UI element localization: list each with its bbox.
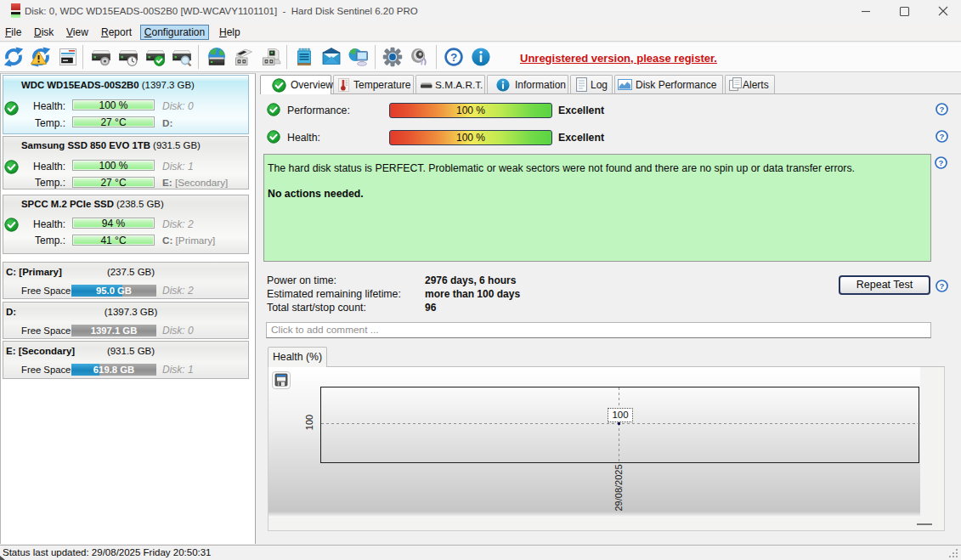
svg-text:?: ?	[940, 105, 945, 114]
svg-text:?: ?	[940, 132, 945, 141]
svg-text:?: ?	[939, 158, 944, 167]
svg-text:?: ?	[940, 281, 945, 291]
svg-text:?: ?	[450, 51, 457, 64]
